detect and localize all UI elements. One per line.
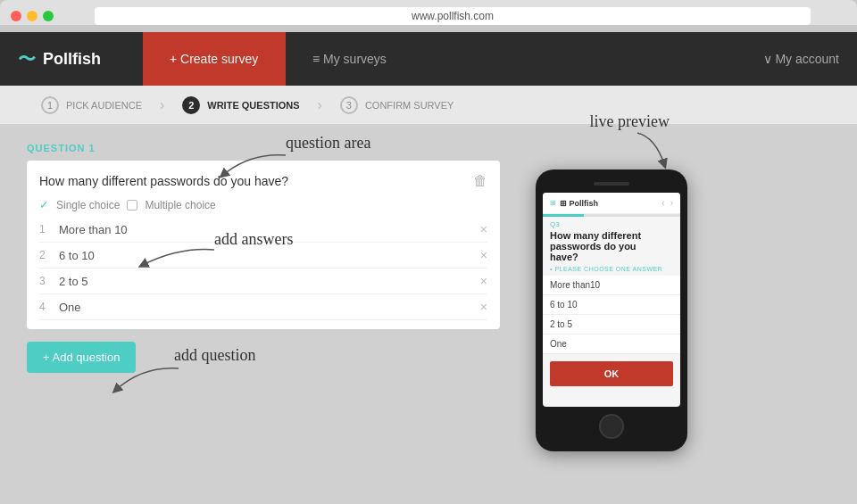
my-surveys-button[interactable]: ≡ My surveys xyxy=(286,32,428,86)
question-input[interactable] xyxy=(39,174,466,188)
answer-delete-4[interactable]: × xyxy=(480,300,487,314)
answer-input-4[interactable] xyxy=(59,301,473,314)
step1-num: 1 xyxy=(41,96,59,114)
maximize-dot[interactable] xyxy=(43,11,54,21)
answer-num-1: 1 xyxy=(39,223,52,235)
add-question-label: + Add question xyxy=(43,351,120,364)
answer-num-4: 4 xyxy=(39,301,52,313)
phone-question: How many differentpasswords do youhave? xyxy=(543,228,680,266)
answer-num-2: 2 xyxy=(39,249,52,261)
step2-num: 2 xyxy=(182,96,200,114)
phone-back-icon: ‹ xyxy=(661,198,664,208)
phone-ok-button[interactable]: OK xyxy=(550,361,673,386)
phone-q-num: Q3 xyxy=(543,217,680,228)
choice-options-row: ✓ Single choice Multiple choice xyxy=(39,198,487,211)
phone-logo: ⊞ Pollfish xyxy=(560,199,598,208)
phone-answer-2[interactable]: 6 to 10 xyxy=(543,295,680,315)
phone-answer-4[interactable]: One xyxy=(543,335,680,354)
phone-forward-icon: › xyxy=(670,198,673,208)
answer-row-1: 1 × xyxy=(39,217,487,243)
answer-row-2: 2 × xyxy=(39,243,487,269)
phone: ⊞ ⊞ Pollfish ‹ › Q3 How many differentpa… xyxy=(536,169,687,451)
my-account-label: ∨ My account xyxy=(763,52,839,66)
step-pick-audience[interactable]: 1 PICK AUDIENCE xyxy=(27,86,156,124)
phone-preview-container: ⊞ ⊞ Pollfish ‹ › Q3 How many differentpa… xyxy=(536,169,687,493)
add-question-button[interactable]: + Add question xyxy=(27,342,136,373)
multiple-choice-label[interactable]: Multiple choice xyxy=(145,199,215,211)
browser-controls: www.pollfish.com xyxy=(11,7,846,25)
answer-input-2[interactable] xyxy=(59,249,473,262)
phone-screen-header: ⊞ ⊞ Pollfish ‹ › xyxy=(543,193,680,214)
my-account-button[interactable]: ∨ My account xyxy=(745,32,857,86)
arrow-live-preview xyxy=(628,128,682,173)
step1-label: PICK AUDIENCE xyxy=(66,100,142,111)
answer-row-4: 4 × xyxy=(39,294,487,320)
step-arrow-1: › xyxy=(160,97,164,113)
step-write-questions[interactable]: 2 WRITE QUESTIONS xyxy=(168,86,313,124)
question-input-row: 🗑 xyxy=(39,173,487,189)
minimize-dot[interactable] xyxy=(27,11,37,21)
logo-text: Pollfish xyxy=(43,50,101,69)
step-arrow-2: › xyxy=(318,97,322,113)
logo-icon: 〜 xyxy=(18,47,36,71)
question-label: QUESTION 1 xyxy=(27,143,500,153)
navbar: 〜 Pollfish + Create survey ≡ My surveys … xyxy=(0,32,857,86)
phone-home-button[interactable] xyxy=(599,414,624,439)
multiple-choice-checkbox[interactable] xyxy=(127,200,137,211)
phone-answer-1[interactable]: More than10 xyxy=(543,276,680,295)
phone-instruction: • PLEASE CHOOSE ONE ANSWER xyxy=(543,266,680,276)
steps-bar: 1 PICK AUDIENCE › 2 WRITE QUESTIONS › 3 … xyxy=(0,86,857,125)
phone-nav-arrows: ‹ › xyxy=(661,198,673,208)
delete-question-icon[interactable]: 🗑 xyxy=(473,173,487,189)
create-survey-label: + Create survey xyxy=(170,52,258,66)
step2-label: WRITE QUESTIONS xyxy=(207,100,299,111)
left-panel: QUESTION 1 🗑 ✓ Single choice Multiple ch… xyxy=(27,143,500,493)
phone-speaker xyxy=(594,182,629,186)
my-surveys-label: ≡ My surveys xyxy=(312,52,387,66)
step3-label: CONFIRM SURVEY xyxy=(365,100,453,111)
answer-delete-1[interactable]: × xyxy=(480,222,487,236)
answer-input-3[interactable] xyxy=(59,275,473,288)
answer-delete-3[interactable]: × xyxy=(480,274,487,288)
answer-num-3: 3 xyxy=(39,275,52,287)
phone-answer-3[interactable]: 2 to 5 xyxy=(543,315,680,335)
main-content: QUESTION 1 🗑 ✓ Single choice Multiple ch… xyxy=(0,125,857,504)
close-dot[interactable] xyxy=(11,11,21,21)
step-confirm-survey[interactable]: 3 CONFIRM SURVEY xyxy=(326,86,468,124)
create-survey-button[interactable]: + Create survey xyxy=(143,32,286,86)
answer-input-1[interactable] xyxy=(59,223,473,236)
address-bar[interactable]: www.pollfish.com xyxy=(95,7,811,25)
browser-chrome: www.pollfish.com xyxy=(0,0,857,25)
question-card: 🗑 ✓ Single choice Multiple choice 1 × 2 … xyxy=(27,161,500,329)
logo: 〜 Pollfish xyxy=(0,32,143,86)
nav-spacer xyxy=(428,32,745,86)
phone-screen: ⊞ ⊞ Pollfish ‹ › Q3 How many differentpa… xyxy=(543,193,680,407)
answer-row-3: 3 × xyxy=(39,269,487,294)
answer-delete-2[interactable]: × xyxy=(480,248,487,262)
step3-num: 3 xyxy=(340,96,358,114)
single-choice-check: ✓ xyxy=(39,198,49,211)
single-choice-label[interactable]: Single choice xyxy=(56,199,120,211)
